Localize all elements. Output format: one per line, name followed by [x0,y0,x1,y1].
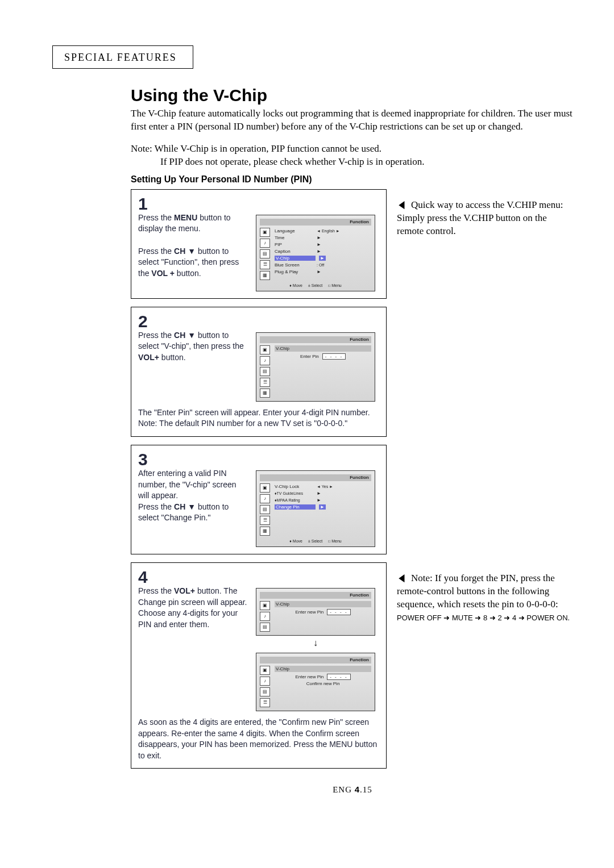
osd-screenshot-1: Function ▣ ♪ ▤ ☰ ▦ Languag [256,215,375,291]
triangle-left-icon: ◄ [397,196,406,214]
step-footer: The "Enter Pin" screen will appear. Ente… [138,407,379,429]
page-title: Using the V-Chip [131,86,574,105]
audio-icon: ♪ [260,239,270,248]
step-text: Press the CH ▼ button to select "V-chip"… [138,330,249,364]
step-text: Press the MENU button to display the men… [138,212,249,279]
step-number: 4 [138,569,379,586]
step-footer: As soon as the 4 digits are entered, the… [138,717,379,761]
triangle-left-icon: ◄ [397,569,406,587]
setup-icon: ▦ [260,271,270,280]
note-line2: If PIP does not operate, please check wh… [160,156,424,167]
step-text: Press the VOL+ button. The Change pin sc… [138,586,249,630]
note-block: Note: While V-Chip is in operation, PIP … [131,143,574,169]
osd-screenshot-4a: Function ▣ ♪ ▤ V-Chip [256,588,375,636]
step-text: After entering a valid PIN number, the "… [138,468,249,524]
channel-icon: ▤ [260,249,270,258]
step-number: 3 [138,451,379,468]
step-4: 4 Press the VOL+ button. The Change pin … [131,562,387,769]
pin-reset-sequence: POWER OFF ➜ MUTE ➜ 8 ➜ 2 ➜ 4 ➜ POWER ON. [397,614,570,622]
section-subhead: Setting Up Your Personal ID Number (PIN) [131,174,574,185]
step-1: 1 Press the MENU button to display the m… [131,189,387,299]
section-header-text: SPECIAL FEATURES [64,52,177,63]
function-icon: ☰ [260,260,270,269]
down-arrow-icon: ↓ [313,638,318,648]
osd-screenshot-3: Function ▣ ♪ ▤ ☰ ▦ V-Chip [256,470,375,547]
page-footer: ENG 4.15 [131,784,574,795]
step-2: 2 Press the CH ▼ button to select "V-chi… [131,307,387,437]
intro-paragraph: The V-Chip feature automatically locks o… [131,107,574,133]
tv-icon: ▣ [260,228,270,237]
side-note-1: ◄ Quick way to access the V.CHIP menu: S… [397,199,574,238]
osd-screenshot-4b: Function ▣ ♪ ▤ ☰ V-Chip [256,653,375,711]
step-number: 1 [138,195,379,212]
side-note-4: ◄ Note: If you forget the PIN, press the… [397,572,574,624]
step-3: 3 After entering a valid PIN number, the… [131,445,387,554]
step-number: 2 [138,313,379,330]
section-header: SPECIAL FEATURES [52,45,193,69]
osd-screenshot-2: Function ▣ ♪ ▤ ☰ ▦ V-Chip [256,332,375,402]
note-line1: Note: While V-Chip is in operation, PIP … [131,143,381,154]
